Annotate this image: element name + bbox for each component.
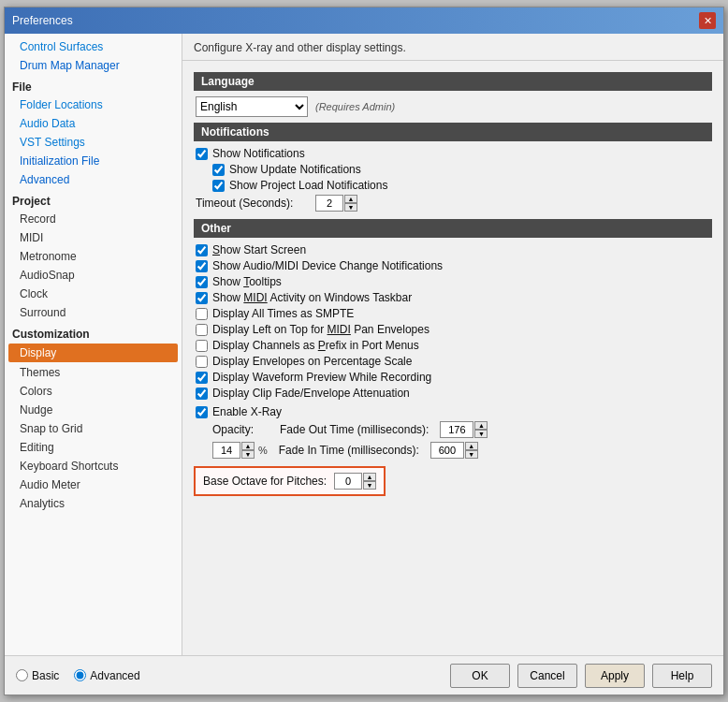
fade-out-down-btn[interactable]: ▼ bbox=[474, 430, 488, 438]
base-octave-up-btn[interactable]: ▲ bbox=[363, 473, 376, 481]
sidebar-item-snap-to-grid[interactable]: Snap to Grid bbox=[5, 419, 182, 438]
sidebar-item-initialization-file[interactable]: Initialization File bbox=[5, 152, 182, 170]
base-octave-spinbox-btns: ▲ ▼ bbox=[363, 473, 376, 490]
sidebar-section-header-customization: Customization bbox=[5, 322, 182, 343]
base-octave-down-btn[interactable]: ▼ bbox=[363, 481, 376, 490]
sidebar-item-advanced[interactable]: Advanced bbox=[5, 170, 182, 189]
checkbox-show-midi-activity-input[interactable] bbox=[196, 292, 208, 304]
sidebar-item-drum-map-manager[interactable]: Drum Map Manager bbox=[5, 56, 182, 75]
cancel-button[interactable]: Cancel bbox=[517, 664, 577, 688]
checkbox-show-project-load-input[interactable] bbox=[212, 180, 225, 192]
fade-out-spinbox: 176 ▲ ▼ bbox=[440, 421, 488, 438]
checkbox-enable-xray-input[interactable] bbox=[196, 406, 208, 418]
checkbox-show-audio-midi-input[interactable] bbox=[196, 260, 208, 272]
main-description: Configure X-ray and other display settin… bbox=[194, 41, 406, 54]
xray-row-2: 14 ▲ ▼ % Fade In Time (milliseconds): 60… bbox=[212, 442, 712, 459]
base-octave-input[interactable]: 0 bbox=[334, 473, 362, 490]
fade-in-input[interactable]: 600 bbox=[430, 442, 464, 459]
checkbox-display-left-on-top: Display Left on Top for MIDI Pan Envelop… bbox=[194, 323, 712, 336]
checkbox-display-waveform-preview-input[interactable] bbox=[196, 372, 208, 384]
sidebar-item-audio-data[interactable]: Audio Data bbox=[5, 114, 182, 133]
sidebar-section-header-file: File bbox=[5, 75, 182, 95]
sidebar-item-metronome[interactable]: Metronome bbox=[5, 247, 182, 266]
opacity-input[interactable]: 14 bbox=[212, 442, 240, 459]
sidebar-item-vst-settings[interactable]: VST Settings bbox=[5, 133, 182, 152]
checkbox-display-clip-fade-input[interactable] bbox=[196, 388, 208, 400]
dialog-body: Control Surfaces Drum Map Manager File F… bbox=[5, 34, 723, 655]
preferences-dialog: Preferences ✕ Control Surfaces Drum Map … bbox=[4, 7, 724, 695]
help-button[interactable]: Help bbox=[652, 664, 712, 688]
footer-left: Basic Advanced bbox=[16, 669, 443, 682]
sidebar-item-colors[interactable]: Colors bbox=[5, 382, 182, 401]
main-header: Configure X-ray and other display settin… bbox=[182, 34, 723, 61]
sidebar-item-midi[interactable]: MIDI bbox=[5, 228, 182, 247]
sidebar-section-top: Control Surfaces Drum Map Manager bbox=[5, 37, 182, 75]
sidebar-item-keyboard-shortcuts[interactable]: Keyboard Shortcuts bbox=[5, 457, 182, 475]
fade-in-up-btn[interactable]: ▲ bbox=[465, 442, 478, 450]
sidebar-item-audiosnap[interactable]: AudioSnap bbox=[5, 266, 182, 285]
checkbox-show-start-screen-input[interactable] bbox=[196, 244, 208, 256]
sidebar-item-display[interactable]: Display bbox=[8, 344, 178, 362]
sidebar-item-control-surfaces[interactable]: Control Surfaces bbox=[5, 37, 182, 56]
checkbox-display-left-on-top-input[interactable] bbox=[196, 324, 208, 336]
close-button[interactable]: ✕ bbox=[699, 12, 716, 29]
opacity-suffix: % bbox=[258, 445, 268, 456]
radio-basic[interactable] bbox=[16, 669, 28, 681]
timeout-down-btn[interactable]: ▼ bbox=[344, 203, 357, 212]
checkbox-show-audio-midi: Show Audio/MIDI Device Change Notificati… bbox=[194, 259, 712, 272]
sidebar-item-record[interactable]: Record bbox=[5, 210, 182, 228]
section-bar-language: Language bbox=[194, 72, 712, 91]
fade-out-spinbox-btns: ▲ ▼ bbox=[474, 421, 488, 438]
sidebar-item-audio-meter[interactable]: Audio Meter bbox=[5, 475, 182, 494]
checkbox-display-envelopes-percentage-input[interactable] bbox=[196, 356, 208, 368]
radio-advanced[interactable] bbox=[74, 669, 86, 681]
checkbox-display-channels-prefix: Display Channels as Prefix in Port Menus bbox=[194, 339, 712, 352]
sidebar-item-nudge[interactable]: Nudge bbox=[5, 401, 182, 419]
checkbox-display-envelopes-percentage: Display Envelopes on Percentage Scale bbox=[194, 355, 712, 368]
sidebar-section-header-project: Project bbox=[5, 189, 182, 210]
sidebar-item-themes[interactable]: Themes bbox=[5, 363, 182, 382]
fade-in-spinbox: 600 ▲ ▼ bbox=[430, 442, 478, 459]
fade-in-down-btn[interactable]: ▼ bbox=[465, 450, 478, 459]
sidebar-section-customization: Customization Display Themes Colors Nudg… bbox=[5, 322, 182, 513]
sidebar: Control Surfaces Drum Map Manager File F… bbox=[5, 34, 182, 655]
apply-button[interactable]: Apply bbox=[585, 664, 645, 688]
checkbox-show-start-screen-label: Show Start Screen bbox=[212, 243, 306, 256]
sidebar-section-project: Project Record MIDI Metronome AudioSnap … bbox=[5, 189, 182, 322]
opacity-down-btn[interactable]: ▼ bbox=[241, 450, 255, 459]
checkbox-display-waveform-preview: Display Waveform Preview While Recording bbox=[194, 371, 712, 384]
timeout-spinbox-btns: ▲ ▼ bbox=[344, 195, 357, 212]
checkbox-show-update-notifications-input[interactable] bbox=[212, 164, 225, 176]
checkbox-display-all-times-smpte-input[interactable] bbox=[196, 308, 208, 320]
opacity-spinbox: 14 ▲ ▼ % bbox=[212, 442, 268, 459]
fade-out-up-btn[interactable]: ▲ bbox=[474, 421, 488, 430]
timeout-up-btn[interactable]: ▲ bbox=[344, 195, 357, 203]
base-octave-box: Base Octave for Pitches: 0 ▲ ▼ bbox=[194, 466, 386, 496]
sidebar-item-folder-locations[interactable]: Folder Locations bbox=[5, 95, 182, 114]
language-select[interactable]: English German French Spanish Japanese bbox=[196, 96, 308, 117]
sidebar-item-clock[interactable]: Clock bbox=[5, 285, 182, 303]
checkbox-show-notifications: Show Notifications bbox=[194, 147, 712, 160]
sidebar-item-editing[interactable]: Editing bbox=[5, 438, 182, 457]
fade-out-input[interactable]: 176 bbox=[440, 421, 473, 438]
sidebar-item-surround[interactable]: Surround bbox=[5, 303, 182, 322]
fade-in-spinbox-btns: ▲ ▼ bbox=[465, 442, 478, 459]
language-row: English German French Spanish Japanese (… bbox=[194, 96, 712, 117]
ok-button[interactable]: OK bbox=[450, 664, 510, 688]
radio-advanced-row: Advanced bbox=[74, 669, 139, 682]
base-octave-spinbox: 0 ▲ ▼ bbox=[334, 473, 376, 490]
checkbox-display-clip-fade: Display Clip Fade/Envelope Attenuation bbox=[194, 387, 712, 400]
timeout-input[interactable]: 2 bbox=[315, 195, 343, 212]
timeout-row: Timeout (Seconds): 2 ▲ ▼ bbox=[194, 195, 712, 212]
section-bar-other: Other bbox=[194, 219, 712, 238]
xray-row-1: Opacity: Fade Out Time (milliseconds): 1… bbox=[212, 421, 712, 438]
xray-section: Opacity: Fade Out Time (milliseconds): 1… bbox=[194, 421, 712, 459]
checkbox-display-channels-prefix-input[interactable] bbox=[196, 340, 208, 352]
fade-in-label: Fade In Time (milliseconds): bbox=[279, 444, 419, 457]
checkbox-show-tooltips-input[interactable] bbox=[196, 276, 208, 288]
opacity-up-btn[interactable]: ▲ bbox=[241, 442, 255, 450]
checkbox-show-notifications-input[interactable] bbox=[196, 148, 208, 160]
sidebar-item-analytics[interactable]: Analytics bbox=[5, 494, 182, 513]
title-bar: Preferences ✕ bbox=[5, 7, 723, 34]
radio-basic-row: Basic bbox=[16, 669, 59, 682]
